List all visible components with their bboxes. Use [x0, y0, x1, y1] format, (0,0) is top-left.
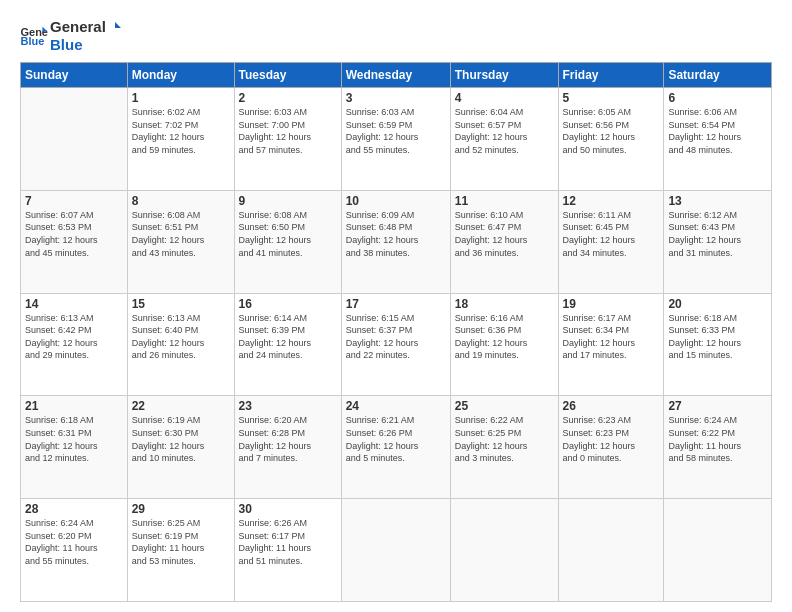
day-number: 5 [563, 91, 660, 105]
calendar-cell: 17Sunrise: 6:15 AM Sunset: 6:37 PM Dayli… [341, 293, 450, 396]
svg-text:Blue: Blue [20, 35, 44, 47]
svg-marker-3 [115, 22, 121, 28]
calendar-cell [450, 499, 558, 602]
calendar-cell: 21Sunrise: 6:18 AM Sunset: 6:31 PM Dayli… [21, 396, 128, 499]
col-header-wednesday: Wednesday [341, 63, 450, 88]
day-info: Sunrise: 6:09 AM Sunset: 6:48 PM Dayligh… [346, 209, 446, 259]
calendar-cell: 2Sunrise: 6:03 AM Sunset: 7:00 PM Daylig… [234, 88, 341, 191]
calendar-cell: 14Sunrise: 6:13 AM Sunset: 6:42 PM Dayli… [21, 293, 128, 396]
calendar-cell: 10Sunrise: 6:09 AM Sunset: 6:48 PM Dayli… [341, 190, 450, 293]
day-info: Sunrise: 6:12 AM Sunset: 6:43 PM Dayligh… [668, 209, 767, 259]
calendar-cell: 16Sunrise: 6:14 AM Sunset: 6:39 PM Dayli… [234, 293, 341, 396]
day-info: Sunrise: 6:21 AM Sunset: 6:26 PM Dayligh… [346, 414, 446, 464]
day-number: 20 [668, 297, 767, 311]
day-info: Sunrise: 6:20 AM Sunset: 6:28 PM Dayligh… [239, 414, 337, 464]
day-number: 29 [132, 502, 230, 516]
day-number: 9 [239, 194, 337, 208]
day-number: 2 [239, 91, 337, 105]
calendar-cell: 1Sunrise: 6:02 AM Sunset: 7:02 PM Daylig… [127, 88, 234, 191]
calendar-cell: 9Sunrise: 6:08 AM Sunset: 6:50 PM Daylig… [234, 190, 341, 293]
day-info: Sunrise: 6:04 AM Sunset: 6:57 PM Dayligh… [455, 106, 554, 156]
day-info: Sunrise: 6:17 AM Sunset: 6:34 PM Dayligh… [563, 312, 660, 362]
calendar-cell: 26Sunrise: 6:23 AM Sunset: 6:23 PM Dayli… [558, 396, 664, 499]
day-number: 14 [25, 297, 123, 311]
calendar-cell: 27Sunrise: 6:24 AM Sunset: 6:22 PM Dayli… [664, 396, 772, 499]
day-number: 23 [239, 399, 337, 413]
calendar: SundayMondayTuesdayWednesdayThursdayFrid… [20, 62, 772, 602]
logo-line1: General [50, 18, 122, 36]
col-header-tuesday: Tuesday [234, 63, 341, 88]
day-number: 27 [668, 399, 767, 413]
day-info: Sunrise: 6:14 AM Sunset: 6:39 PM Dayligh… [239, 312, 337, 362]
day-number: 10 [346, 194, 446, 208]
col-header-friday: Friday [558, 63, 664, 88]
day-number: 17 [346, 297, 446, 311]
day-number: 25 [455, 399, 554, 413]
day-info: Sunrise: 6:05 AM Sunset: 6:56 PM Dayligh… [563, 106, 660, 156]
calendar-cell: 29Sunrise: 6:25 AM Sunset: 6:19 PM Dayli… [127, 499, 234, 602]
calendar-cell: 19Sunrise: 6:17 AM Sunset: 6:34 PM Dayli… [558, 293, 664, 396]
day-number: 1 [132, 91, 230, 105]
logo-line2: Blue [50, 36, 122, 54]
day-info: Sunrise: 6:07 AM Sunset: 6:53 PM Dayligh… [25, 209, 123, 259]
col-header-monday: Monday [127, 63, 234, 88]
day-info: Sunrise: 6:02 AM Sunset: 7:02 PM Dayligh… [132, 106, 230, 156]
logo: General Blue General Blue [20, 18, 122, 54]
day-info: Sunrise: 6:26 AM Sunset: 6:17 PM Dayligh… [239, 517, 337, 567]
day-number: 12 [563, 194, 660, 208]
calendar-cell: 18Sunrise: 6:16 AM Sunset: 6:36 PM Dayli… [450, 293, 558, 396]
day-info: Sunrise: 6:24 AM Sunset: 6:20 PM Dayligh… [25, 517, 123, 567]
calendar-cell: 25Sunrise: 6:22 AM Sunset: 6:25 PM Dayli… [450, 396, 558, 499]
calendar-cell: 3Sunrise: 6:03 AM Sunset: 6:59 PM Daylig… [341, 88, 450, 191]
day-number: 16 [239, 297, 337, 311]
calendar-cell: 22Sunrise: 6:19 AM Sunset: 6:30 PM Dayli… [127, 396, 234, 499]
day-info: Sunrise: 6:24 AM Sunset: 6:22 PM Dayligh… [668, 414, 767, 464]
day-info: Sunrise: 6:08 AM Sunset: 6:50 PM Dayligh… [239, 209, 337, 259]
day-info: Sunrise: 6:18 AM Sunset: 6:33 PM Dayligh… [668, 312, 767, 362]
calendar-cell: 20Sunrise: 6:18 AM Sunset: 6:33 PM Dayli… [664, 293, 772, 396]
col-header-sunday: Sunday [21, 63, 128, 88]
calendar-cell [664, 499, 772, 602]
day-number: 11 [455, 194, 554, 208]
day-info: Sunrise: 6:19 AM Sunset: 6:30 PM Dayligh… [132, 414, 230, 464]
day-info: Sunrise: 6:22 AM Sunset: 6:25 PM Dayligh… [455, 414, 554, 464]
calendar-cell: 28Sunrise: 6:24 AM Sunset: 6:20 PM Dayli… [21, 499, 128, 602]
col-header-thursday: Thursday [450, 63, 558, 88]
day-number: 30 [239, 502, 337, 516]
day-info: Sunrise: 6:13 AM Sunset: 6:42 PM Dayligh… [25, 312, 123, 362]
day-info: Sunrise: 6:03 AM Sunset: 7:00 PM Dayligh… [239, 106, 337, 156]
day-info: Sunrise: 6:16 AM Sunset: 6:36 PM Dayligh… [455, 312, 554, 362]
day-info: Sunrise: 6:13 AM Sunset: 6:40 PM Dayligh… [132, 312, 230, 362]
day-info: Sunrise: 6:06 AM Sunset: 6:54 PM Dayligh… [668, 106, 767, 156]
day-number: 26 [563, 399, 660, 413]
day-info: Sunrise: 6:11 AM Sunset: 6:45 PM Dayligh… [563, 209, 660, 259]
calendar-cell: 30Sunrise: 6:26 AM Sunset: 6:17 PM Dayli… [234, 499, 341, 602]
calendar-cell [558, 499, 664, 602]
day-info: Sunrise: 6:08 AM Sunset: 6:51 PM Dayligh… [132, 209, 230, 259]
calendar-cell: 8Sunrise: 6:08 AM Sunset: 6:51 PM Daylig… [127, 190, 234, 293]
calendar-cell: 11Sunrise: 6:10 AM Sunset: 6:47 PM Dayli… [450, 190, 558, 293]
calendar-cell: 13Sunrise: 6:12 AM Sunset: 6:43 PM Dayli… [664, 190, 772, 293]
day-number: 18 [455, 297, 554, 311]
day-number: 8 [132, 194, 230, 208]
day-info: Sunrise: 6:18 AM Sunset: 6:31 PM Dayligh… [25, 414, 123, 464]
calendar-cell: 4Sunrise: 6:04 AM Sunset: 6:57 PM Daylig… [450, 88, 558, 191]
day-number: 4 [455, 91, 554, 105]
calendar-cell: 12Sunrise: 6:11 AM Sunset: 6:45 PM Dayli… [558, 190, 664, 293]
day-info: Sunrise: 6:15 AM Sunset: 6:37 PM Dayligh… [346, 312, 446, 362]
day-number: 7 [25, 194, 123, 208]
day-number: 22 [132, 399, 230, 413]
day-number: 21 [25, 399, 123, 413]
calendar-cell: 24Sunrise: 6:21 AM Sunset: 6:26 PM Dayli… [341, 396, 450, 499]
day-number: 19 [563, 297, 660, 311]
calendar-cell [341, 499, 450, 602]
day-info: Sunrise: 6:03 AM Sunset: 6:59 PM Dayligh… [346, 106, 446, 156]
day-number: 15 [132, 297, 230, 311]
calendar-cell: 6Sunrise: 6:06 AM Sunset: 6:54 PM Daylig… [664, 88, 772, 191]
col-header-saturday: Saturday [664, 63, 772, 88]
calendar-cell: 23Sunrise: 6:20 AM Sunset: 6:28 PM Dayli… [234, 396, 341, 499]
day-info: Sunrise: 6:10 AM Sunset: 6:47 PM Dayligh… [455, 209, 554, 259]
calendar-cell: 5Sunrise: 6:05 AM Sunset: 6:56 PM Daylig… [558, 88, 664, 191]
calendar-cell: 7Sunrise: 6:07 AM Sunset: 6:53 PM Daylig… [21, 190, 128, 293]
day-number: 6 [668, 91, 767, 105]
